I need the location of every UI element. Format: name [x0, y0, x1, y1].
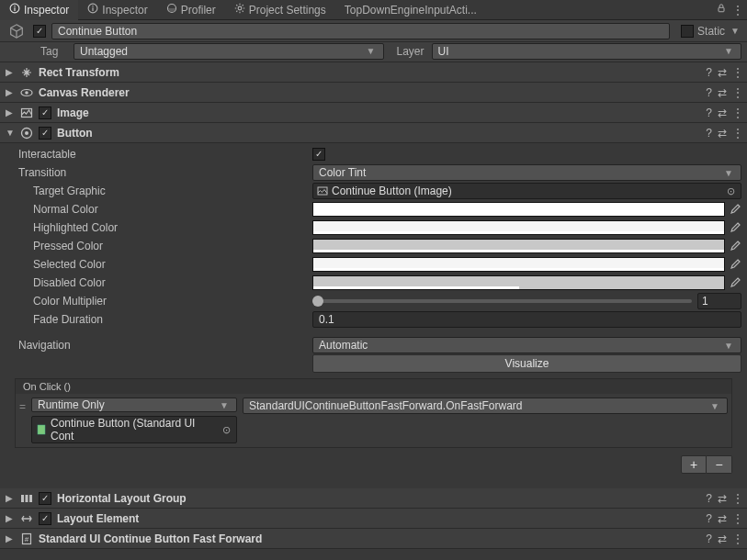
component-enabled-checkbox[interactable] [39, 492, 51, 505]
help-icon[interactable]: ? [706, 127, 712, 140]
button-properties: Interactable Transition Color Tint▼ Targ… [0, 143, 747, 488]
preset-icon[interactable]: ⇄ [718, 127, 727, 140]
tab-label: Inspector [24, 4, 69, 17]
tab-label: TopDownEngineInputActi... [345, 4, 477, 17]
object-picker-icon[interactable]: ⊙ [220, 424, 232, 436]
component-enabled-checkbox[interactable] [39, 127, 51, 140]
selected-color-swatch[interactable] [312, 257, 725, 272]
component-enabled-checkbox[interactable] [39, 512, 51, 525]
event-runtime-value: Runtime Only [38, 398, 105, 411]
event-runtime-dropdown[interactable]: Runtime Only▼ [31, 398, 237, 412]
component-layout-element[interactable]: ▶ Layout Element ?⇄ [0, 509, 747, 529]
prop-label-interactable: Interactable [18, 148, 312, 161]
static-toggle[interactable]: Static ▼ [675, 25, 741, 38]
static-checkbox[interactable] [681, 25, 694, 38]
tab-inspector-1[interactable]: Inspector [78, 0, 156, 20]
fold-toggle[interactable]: ▶ [6, 87, 15, 97]
tab-inspector-0[interactable]: Inspector [0, 0, 78, 20]
component-horizontal-layout-group[interactable]: ▶ Horizontal Layout Group ?⇄ [0, 488, 747, 509]
layer-dropdown[interactable]: UI▼ [432, 43, 742, 60]
visualize-button[interactable]: Visualize [312, 354, 741, 373]
tabbar-menu-icon[interactable] [732, 4, 741, 17]
component-menu-icon[interactable] [732, 66, 741, 79]
component-title: Rect Transform [39, 66, 700, 79]
component-image[interactable]: ▶ Image ?⇄ [0, 103, 747, 123]
component-rect-transform[interactable]: ▶ Rect Transform ?⇄ [0, 62, 747, 83]
tab-input-actions[interactable]: TopDownEngineInputActi... [335, 0, 486, 20]
info-icon [87, 3, 98, 17]
fold-toggle[interactable]: ▶ [6, 67, 15, 77]
preset-icon[interactable]: ⇄ [718, 86, 727, 99]
prop-label-target-graphic: Target Graphic [33, 185, 312, 197]
component-enabled-checkbox[interactable] [39, 106, 51, 119]
event-function-dropdown[interactable]: StandardUIContinueButtonFastForward.OnFa… [243, 398, 728, 414]
layout-icon [20, 492, 33, 505]
component-menu-icon[interactable] [732, 532, 741, 545]
help-icon[interactable]: ? [706, 86, 712, 99]
gameobject-name-field[interactable]: Continue Button [51, 23, 670, 39]
fold-toggle[interactable]: ▶ [6, 513, 15, 523]
interactable-checkbox[interactable] [312, 148, 325, 161]
gameobject-icon[interactable] [6, 22, 28, 40]
tag-dropdown[interactable]: Untagged▼ [74, 43, 384, 60]
gameobject-enabled-checkbox[interactable] [33, 25, 46, 38]
component-menu-icon[interactable] [732, 86, 741, 99]
remove-event-button[interactable]: − [707, 455, 732, 474]
tab-profiler[interactable]: Profiler [157, 0, 225, 20]
button-icon [20, 127, 33, 140]
chevron-down-icon: ▼ [722, 46, 735, 56]
tab-project-settings[interactable]: Project Settings [225, 0, 335, 20]
component-menu-icon[interactable] [732, 512, 741, 525]
help-icon[interactable]: ? [706, 66, 712, 79]
transition-dropdown[interactable]: Color Tint▼ [312, 164, 741, 181]
fold-toggle[interactable]: ▶ [6, 533, 15, 543]
help-icon[interactable]: ? [706, 106, 712, 119]
add-event-button[interactable]: + [681, 455, 707, 474]
preset-icon[interactable]: ⇄ [718, 512, 727, 525]
chevron-down-icon[interactable]: ▼ [729, 26, 741, 36]
eyedropper-icon[interactable] [729, 257, 741, 272]
layout-element-icon [20, 512, 33, 525]
fade-duration-field[interactable]: 0.1 [312, 311, 741, 328]
component-title: Horizontal Layout Group [57, 492, 700, 505]
help-icon[interactable]: ? [706, 512, 712, 525]
lock-icon[interactable] [716, 3, 727, 17]
target-graphic-field[interactable]: Continue Button (Image) ⊙ [312, 183, 741, 199]
fold-toggle[interactable]: ▼ [6, 128, 15, 138]
component-standard-ui-continue[interactable]: ▶ # Standard UI Continue Button Fast For… [0, 529, 747, 549]
event-target-field[interactable]: Continue Button (Standard UI Cont ⊙ [31, 416, 237, 443]
component-menu-icon[interactable] [732, 106, 741, 119]
pressed-color-swatch[interactable] [312, 239, 725, 253]
eyedropper-icon[interactable] [729, 239, 741, 253]
help-icon[interactable]: ? [706, 492, 712, 505]
chevron-down-icon: ▼ [722, 341, 735, 351]
disabled-color-swatch[interactable] [312, 275, 725, 290]
component-canvas-renderer[interactable]: ▶ Canvas Renderer ?⇄ [0, 83, 747, 103]
fold-toggle[interactable]: ▶ [6, 493, 15, 503]
eyedropper-icon[interactable] [729, 220, 741, 235]
prop-label-fade-duration: Fade Duration [33, 313, 312, 326]
fold-toggle[interactable]: ▶ [6, 107, 15, 118]
eyedropper-icon[interactable] [729, 202, 741, 217]
svg-rect-17 [26, 495, 28, 502]
color-multiplier-value[interactable]: 1 [697, 293, 741, 309]
highlighted-color-swatch[interactable] [312, 220, 725, 235]
eyedropper-icon[interactable] [729, 275, 741, 290]
component-title: Button [57, 127, 700, 140]
tab-label: Project Settings [249, 4, 326, 17]
color-multiplier-slider[interactable]: 1 [312, 293, 741, 309]
chevron-down-icon: ▼ [722, 168, 735, 178]
preset-icon[interactable]: ⇄ [718, 66, 727, 79]
component-menu-icon[interactable] [732, 127, 741, 140]
preset-icon[interactable]: ⇄ [718, 106, 727, 119]
component-menu-icon[interactable] [732, 492, 741, 505]
help-icon[interactable]: ? [706, 532, 712, 545]
normal-color-swatch[interactable] [312, 202, 725, 217]
navigation-dropdown[interactable]: Automatic▼ [312, 337, 741, 353]
object-picker-icon[interactable]: ⊙ [724, 185, 737, 197]
script-icon [36, 424, 47, 435]
preset-icon[interactable]: ⇄ [718, 492, 727, 505]
drag-handle-icon[interactable]: = [19, 398, 26, 413]
preset-icon[interactable]: ⇄ [718, 532, 727, 545]
component-button[interactable]: ▼ Button ?⇄ [0, 123, 747, 143]
